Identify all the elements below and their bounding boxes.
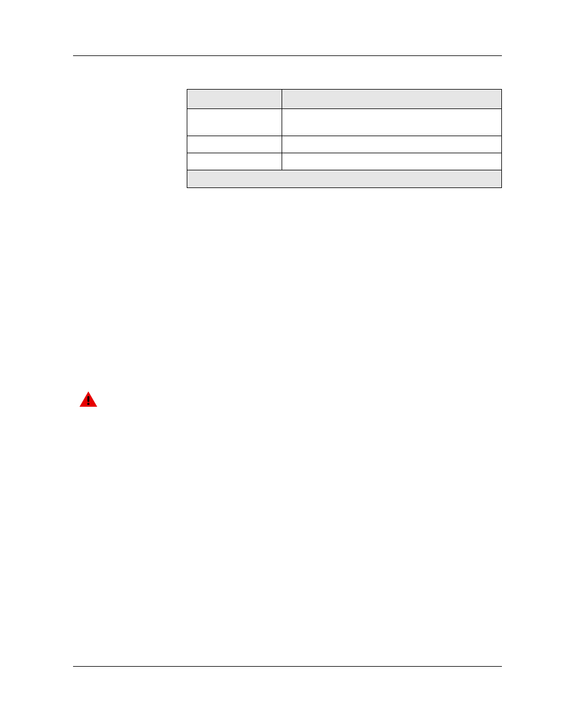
table-header-row — [187, 90, 502, 109]
warning-icon — [80, 391, 97, 407]
table-header-cell — [187, 90, 282, 109]
table-cell — [282, 136, 502, 153]
table-row — [187, 153, 502, 170]
table-cell — [187, 109, 282, 136]
spec-table — [187, 89, 502, 188]
table-row — [187, 136, 502, 153]
table-cell — [282, 153, 502, 170]
table-header-cell — [282, 90, 502, 109]
table-footer-cell — [187, 170, 502, 188]
table-cell — [187, 136, 282, 153]
table-row — [187, 109, 502, 136]
svg-rect-1 — [87, 396, 89, 402]
svg-point-2 — [87, 403, 90, 405]
bottom-rule — [73, 666, 502, 667]
table-cell — [187, 153, 282, 170]
table-footer-row — [187, 170, 502, 188]
table-cell — [282, 109, 502, 136]
top-rule — [73, 55, 502, 56]
